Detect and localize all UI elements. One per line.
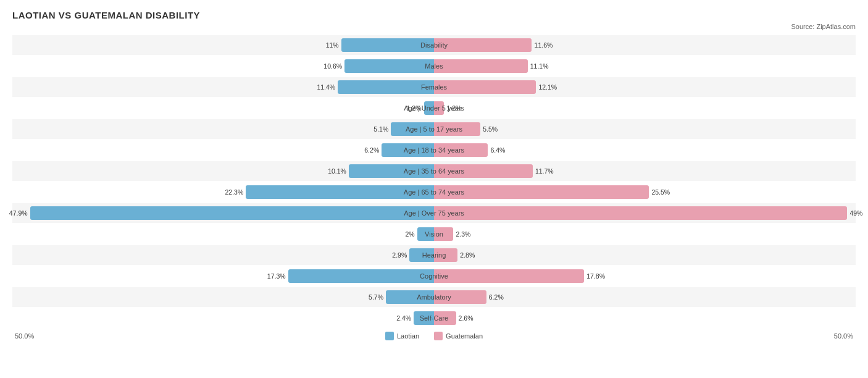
value-left: 10.1% xyxy=(328,167,346,175)
bar-container: Disability11%11.6% xyxy=(12,35,856,55)
value-left: 6.2% xyxy=(364,146,379,154)
legend-guatemalan-color xyxy=(434,332,443,340)
bar-container: Age | 65 to 74 years22.3%25.5% xyxy=(12,182,856,202)
bar-label: Self-Care xyxy=(420,314,448,322)
bar-right xyxy=(434,269,584,283)
bar-row: Males10.6%11.1% xyxy=(12,56,856,76)
bar-container: Vision2%2.3% xyxy=(12,224,856,244)
legend-guatemalan: Guatemalan xyxy=(434,332,483,340)
value-left: 11.4% xyxy=(317,83,335,91)
page-title: LAOTIAN VS GUATEMALAN DISABILITY xyxy=(12,10,856,20)
bar-label: Age | Over 75 years xyxy=(404,209,464,217)
value-right: 17.8% xyxy=(586,272,605,280)
bar-label: Age | 65 to 74 years xyxy=(404,188,464,196)
bar-right xyxy=(434,38,532,52)
bar-label: Disability xyxy=(420,41,448,49)
bar-label: Age | 35 to 64 years xyxy=(404,167,464,175)
bar-row: Ambulatory5.7%6.2% xyxy=(12,287,856,307)
legend-laotian-color xyxy=(385,332,394,340)
value-right: 12.1% xyxy=(538,83,557,91)
value-right: 11.6% xyxy=(535,41,553,49)
legend-laotian-label: Laotian xyxy=(397,332,419,340)
value-right: 49% xyxy=(849,209,862,217)
value-left: 2.4% xyxy=(396,314,411,322)
bar-row: Self-Care2.4%2.6% xyxy=(12,308,856,328)
bar-right xyxy=(434,59,528,73)
bar-container: Cognitive17.3%17.8% xyxy=(12,266,856,286)
bar-label: Hearing xyxy=(422,251,446,259)
value-left: 10.6% xyxy=(323,62,342,70)
bar-right xyxy=(434,80,536,94)
value-left: 2.9% xyxy=(392,251,407,259)
value-left: 47.9% xyxy=(9,209,28,217)
bar-left xyxy=(338,80,434,94)
bar-left xyxy=(344,59,434,73)
value-right: 2.8% xyxy=(460,251,475,259)
value-right: 5.5% xyxy=(483,125,498,133)
bar-container: Age | Under 5 years1.2%1.2% xyxy=(12,98,856,118)
bar-row: Age | Over 75 years47.9%49% xyxy=(12,203,856,223)
bar-label: Cognitive xyxy=(420,272,448,280)
bar-right xyxy=(434,206,847,220)
value-right: 2.3% xyxy=(456,230,471,238)
footer-left-label: 50.0% xyxy=(15,332,34,340)
legend-laotian: Laotian xyxy=(385,332,419,340)
bar-container: Age | Over 75 years47.9%49% xyxy=(12,203,856,223)
value-right: 6.4% xyxy=(491,146,506,154)
value-right: 25.5% xyxy=(651,188,670,196)
bar-left xyxy=(288,269,434,283)
value-right: 11.1% xyxy=(530,62,549,70)
bar-row: Hearing2.9%2.8% xyxy=(12,245,856,265)
bar-row: Age | 35 to 64 years10.1%11.7% xyxy=(12,161,856,181)
value-right: 11.7% xyxy=(535,167,554,175)
bar-row: Cognitive17.3%17.8% xyxy=(12,266,856,286)
bar-row: Females11.4%12.1% xyxy=(12,77,856,97)
bar-row: Vision2%2.3% xyxy=(12,224,856,244)
bar-container: Age | 35 to 64 years10.1%11.7% xyxy=(12,161,856,181)
source-text: Source: ZipAtlas.com xyxy=(12,23,856,30)
bar-label: Females xyxy=(421,83,447,91)
value-left: 5.1% xyxy=(373,125,388,133)
bar-container: Age | 5 to 17 years5.1%5.5% xyxy=(12,119,856,139)
bar-row: Age | 5 to 17 years5.1%5.5% xyxy=(12,119,856,139)
bar-left xyxy=(30,206,434,220)
bar-row: Age | Under 5 years1.2%1.2% xyxy=(12,98,856,118)
bar-row: Age | 18 to 34 years6.2%6.4% xyxy=(12,140,856,160)
bar-label: Vision xyxy=(425,230,443,238)
bar-label: Males xyxy=(425,62,443,70)
bar-label: Age | 18 to 34 years xyxy=(404,146,464,154)
bar-label: Age | Under 5 years xyxy=(404,104,464,112)
legend-guatemalan-label: Guatemalan xyxy=(446,332,483,340)
bar-container: Ambulatory5.7%6.2% xyxy=(12,287,856,307)
bar-container: Self-Care2.4%2.6% xyxy=(12,308,856,328)
bar-container: Hearing2.9%2.8% xyxy=(12,245,856,265)
bar-label: Ambulatory xyxy=(417,293,451,301)
value-left: 11% xyxy=(326,41,339,49)
bar-container: Females11.4%12.1% xyxy=(12,77,856,97)
bar-row: Disability11%11.6% xyxy=(12,35,856,55)
bar-container: Age | 18 to 34 years6.2%6.4% xyxy=(12,140,856,160)
value-left: 5.7% xyxy=(369,293,383,301)
bar-label: Age | 5 to 17 years xyxy=(406,125,462,133)
bar-right xyxy=(434,185,649,199)
value-right: 2.6% xyxy=(459,314,474,322)
bar-container: Males10.6%11.1% xyxy=(12,56,856,76)
value-left: 2% xyxy=(405,230,414,238)
value-left: 22.3% xyxy=(225,188,244,196)
value-right: 6.2% xyxy=(489,293,504,301)
footer-right-label: 50.0% xyxy=(834,332,853,340)
bar-row: Age | 65 to 74 years22.3%25.5% xyxy=(12,182,856,202)
chart-area: Disability11%11.6%Males10.6%11.1%Females… xyxy=(12,35,856,328)
value-left: 17.3% xyxy=(267,272,286,280)
